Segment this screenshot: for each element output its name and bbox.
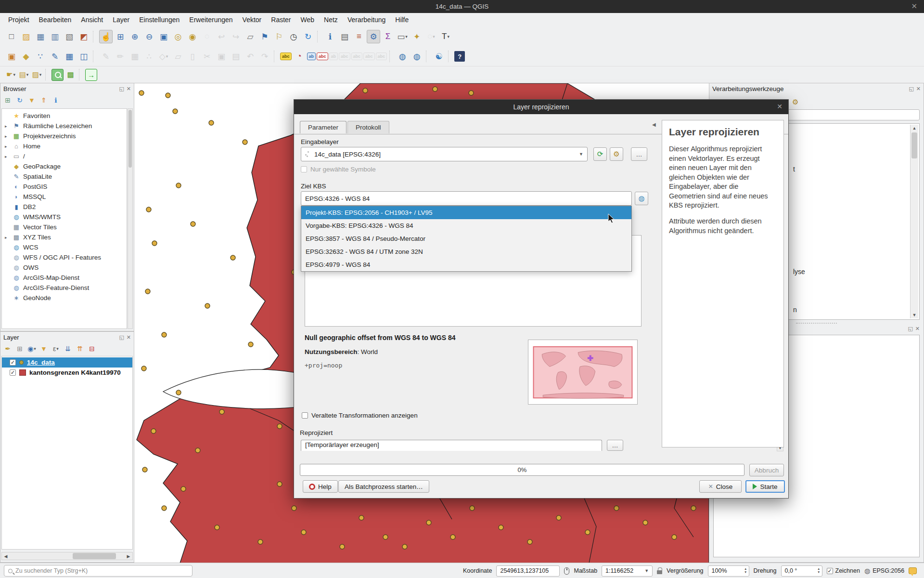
pin-labels[interactable]: ab (307, 53, 316, 60)
layer-labeling[interactable]: abc (280, 53, 292, 60)
move-label[interactable]: ab (329, 53, 338, 60)
browser-tree-item[interactable]: ∗ GeoNode (2, 293, 127, 303)
collapse-all-layers[interactable]: ⇈ (75, 343, 85, 354)
add-selected-layer[interactable]: ⊞ (2, 95, 13, 105)
help-button[interactable]: Help (303, 480, 338, 493)
crs-option[interactable]: EPSG:3857 - WGS 84 / Pseudo-Mercator (301, 232, 631, 245)
collapse-help-icon[interactable]: ◀ (652, 122, 656, 127)
browser-float-icon[interactable]: ◱ (119, 86, 124, 92)
current-edits[interactable]: ✎ (99, 50, 113, 63)
run-button[interactable]: Starte (745, 480, 785, 493)
algorithm-group-label[interactable]: n (793, 306, 797, 314)
browser-tree-item[interactable]: ◐ PostGIS (2, 182, 127, 192)
browser-tree-item[interactable]: ★ Favoriten (2, 111, 127, 121)
mouse-position-icon[interactable] (564, 567, 569, 575)
delete-selected[interactable]: ▯ (186, 50, 199, 63)
menu-item[interactable]: Vektor (238, 14, 266, 25)
remove-layer[interactable]: ⊟ (87, 343, 97, 354)
layer-row[interactable]: 14c_data (2, 357, 132, 368)
new-spatialite-layer[interactable]: ✎ (48, 50, 62, 63)
metasearch-search[interactable]: ◍ (410, 50, 424, 63)
input-layer-combo[interactable]: 14c_data [EPSG:4326] ▼ (301, 147, 588, 161)
copy-features-off[interactable]: ▨ (31, 69, 43, 81)
refresh-browser[interactable]: ↻ (14, 95, 25, 105)
layout-manager[interactable]: ▧ (63, 30, 76, 43)
render-checkbox[interactable]: ✓ (827, 568, 833, 574)
project-new[interactable]: □ (5, 30, 18, 43)
browser-tree-item[interactable]: ▮ DB2 (2, 202, 127, 212)
new-virtual-layer[interactable]: ◫ (77, 50, 90, 63)
menu-item[interactable]: Bearbeiten (35, 14, 76, 25)
locator-search-input[interactable]: Zu suchender Typ (Strg+K) (4, 565, 192, 577)
text-annotation[interactable]: T (439, 30, 452, 43)
pan-map[interactable]: ☝ (99, 30, 113, 43)
add-group[interactable]: ⊞ (14, 343, 25, 354)
paste-features[interactable]: ▤ (229, 50, 243, 63)
browser-tree-item[interactable]: ▭ / (2, 151, 127, 161)
menu-item[interactable]: Netz (320, 14, 342, 25)
show-bookmarks[interactable]: ⚐ (272, 30, 286, 43)
browser-tree-item[interactable]: ✎ SpatiaLite (2, 171, 127, 182)
menu-item[interactable]: Ansicht (77, 14, 107, 25)
scroll-right-icon[interactable]: ▶ (125, 554, 132, 559)
close-button[interactable]: ✕ Close (699, 480, 742, 493)
zoom-in[interactable]: ⊕ (128, 30, 141, 43)
output-field[interactable]: [Temporärlayer erzeugen] (301, 440, 602, 451)
browser-tree-item[interactable]: ▦ Vector Tiles (2, 222, 127, 232)
show-hide-labels[interactable]: abc (339, 53, 350, 60)
target-crs-combo[interactable]: EPSG:4326 - WGS 84 (301, 191, 632, 206)
map-annotator[interactable]: ▩ (64, 69, 77, 81)
dialog-titlebar[interactable]: Layer reprojizieren ✕ (294, 100, 788, 114)
browser-tree-item[interactable]: ◍ WFS / OGC API - Features (2, 252, 127, 263)
project-open[interactable]: ▨ (19, 30, 33, 43)
vertex-tool[interactable]: ◇ (157, 50, 170, 63)
browse-output-button[interactable]: … (607, 440, 623, 451)
zoom-next[interactable]: ↪ (229, 30, 243, 43)
new-bookmark[interactable]: ⚑ (258, 30, 271, 43)
expand-arrow-icon[interactable] (5, 144, 10, 149)
open-layer-styling[interactable]: ✒ (2, 343, 13, 354)
browser-tree-item[interactable]: ◍ OWS (2, 263, 127, 273)
browser-tree-item[interactable]: ⚑ Räumliche Lesezeichen (2, 121, 127, 131)
cut-features[interactable]: ✂ (200, 50, 214, 63)
add-feature[interactable]: ∴ (142, 50, 156, 63)
pan-to-selection[interactable]: ⊞ (114, 30, 127, 43)
iterate-button[interactable]: ⟳ (593, 147, 607, 161)
browser-tree-item[interactable]: ▩ XYZ Tiles (2, 232, 127, 242)
scroll-left-icon[interactable]: ◀ (2, 554, 10, 559)
browser-tree-item[interactable]: ◆ GeoPackage (2, 161, 127, 171)
scale-combo[interactable]: 1:1166252 ▼ (602, 565, 653, 577)
layer-visibility-checkbox[interactable] (10, 359, 16, 366)
collapse-all[interactable]: ⇑ (38, 95, 49, 105)
zoom-out[interactable]: ⊖ (142, 30, 156, 43)
manage-visibility[interactable]: ◉ (26, 343, 37, 354)
highlight-pinned-labels[interactable]: abc (317, 53, 328, 60)
annotation[interactable]: ◌ (424, 30, 438, 43)
rotate-label[interactable]: abc (363, 53, 375, 60)
filter-expression[interactable]: ε (51, 343, 61, 354)
rotation-spinbox[interactable]: 0,0 ° ▲▼ (781, 565, 822, 577)
zoom-full[interactable]: ▣ (157, 30, 170, 43)
layer-row[interactable]: kantonsgrenzen K4kant19970 (2, 368, 132, 378)
menu-item[interactable]: Erweiterungen (185, 14, 237, 25)
copy-features[interactable]: ▣ (215, 50, 228, 63)
metasearch-csw[interactable]: ◍ (396, 50, 409, 63)
browser-tree-item[interactable]: ◍ ArcGIS-Map-Dienst (2, 273, 127, 283)
advanced-options-button[interactable]: ⚙ (610, 147, 623, 161)
select-features[interactable]: ☛ (5, 69, 17, 81)
new-scratch-layer[interactable]: ▦ (63, 50, 76, 63)
crs-option[interactable]: Vorgabe-KBS: EPSG:4326 - WGS 84 (301, 219, 631, 232)
browser-tree-item[interactable]: ◍ WCS (2, 242, 127, 252)
layers-close-icon[interactable]: ✕ (127, 334, 131, 341)
menu-item[interactable]: Raster (267, 14, 295, 25)
browser-tree-item[interactable]: ▦ Projektverzeichnis (2, 131, 127, 141)
dialog-tab[interactable]: Protokoll (347, 121, 389, 133)
crs-option[interactable]: EPSG:32632 - WGS 84 / UTM zone 32N (301, 245, 631, 258)
browser-close-icon[interactable]: ✕ (127, 86, 131, 92)
expand-arrow-icon[interactable] (5, 124, 10, 129)
coordinate-input[interactable]: 2549613,1237105 (496, 565, 560, 577)
layer-diagram[interactable]: ◔ (293, 50, 306, 63)
render-toggle[interactable]: ✓ Zeichnen (827, 567, 860, 574)
menu-item[interactable]: Layer (108, 14, 134, 25)
algorithm-group-label[interactable]: lyse (793, 268, 805, 276)
